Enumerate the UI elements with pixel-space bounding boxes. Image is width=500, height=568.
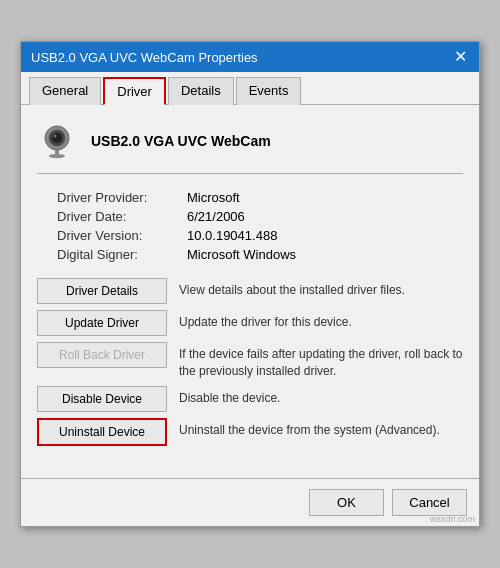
svg-point-5 [49,154,65,158]
svg-point-3 [54,135,57,138]
dialog: USB2.0 VGA UVC WebCam Properties ✕ Gener… [20,41,480,527]
label-signer: Digital Signer: [57,247,187,262]
disable-device-button[interactable]: Disable Device [37,386,167,412]
driver-details-row: Driver Details View details about the in… [37,278,463,304]
tab-driver[interactable]: Driver [103,77,166,105]
info-row-version: Driver Version: 10.0.19041.488 [57,228,463,243]
disable-device-row: Disable Device Disable the device. [37,386,463,412]
tab-events[interactable]: Events [236,77,302,105]
driver-details-button[interactable]: Driver Details [37,278,167,304]
tab-details[interactable]: Details [168,77,234,105]
info-row-date: Driver Date: 6/21/2006 [57,209,463,224]
tab-bar: General Driver Details Events [21,72,479,105]
uninstall-device-desc: Uninstall the device from the system (Ad… [179,418,440,439]
rollback-driver-row: Roll Back Driver If the device fails aft… [37,342,463,380]
cancel-button[interactable]: Cancel [392,489,467,516]
device-name: USB2.0 VGA UVC WebCam [91,133,271,149]
label-version: Driver Version: [57,228,187,243]
rollback-driver-button: Roll Back Driver [37,342,167,368]
label-date: Driver Date: [57,209,187,224]
value-signer: Microsoft Windows [187,247,296,262]
update-driver-button[interactable]: Update Driver [37,310,167,336]
svg-point-2 [52,133,62,143]
uninstall-device-row: Uninstall Device Uninstall the device fr… [37,418,463,446]
update-driver-desc: Update the driver for this device. [179,310,352,331]
label-provider: Driver Provider: [57,190,187,205]
disable-device-desc: Disable the device. [179,386,280,407]
driver-details-desc: View details about the installed driver … [179,278,405,299]
webcam-icon [39,123,75,159]
footer: OK Cancel wsxdn.com [21,478,479,526]
value-provider: Microsoft [187,190,240,205]
content-area: USB2.0 VGA UVC WebCam Driver Provider: M… [21,105,479,478]
update-driver-row: Update Driver Update the driver for this… [37,310,463,336]
driver-info-table: Driver Provider: Microsoft Driver Date: … [37,190,463,262]
tab-general[interactable]: General [29,77,101,105]
device-icon [37,121,77,161]
info-row-provider: Driver Provider: Microsoft [57,190,463,205]
svg-rect-4 [55,150,59,154]
value-version: 10.0.19041.488 [187,228,277,243]
action-buttons: Driver Details View details about the in… [37,278,463,446]
uninstall-device-button[interactable]: Uninstall Device [37,418,167,446]
device-header: USB2.0 VGA UVC WebCam [37,121,463,174]
title-bar: USB2.0 VGA UVC WebCam Properties ✕ [21,42,479,72]
watermark: wsxdn.com [430,514,475,524]
ok-button[interactable]: OK [309,489,384,516]
dialog-title: USB2.0 VGA UVC WebCam Properties [31,50,258,65]
close-button[interactable]: ✕ [451,48,469,66]
value-date: 6/21/2006 [187,209,245,224]
rollback-driver-desc: If the device fails after updating the d… [179,342,463,380]
info-row-signer: Digital Signer: Microsoft Windows [57,247,463,262]
